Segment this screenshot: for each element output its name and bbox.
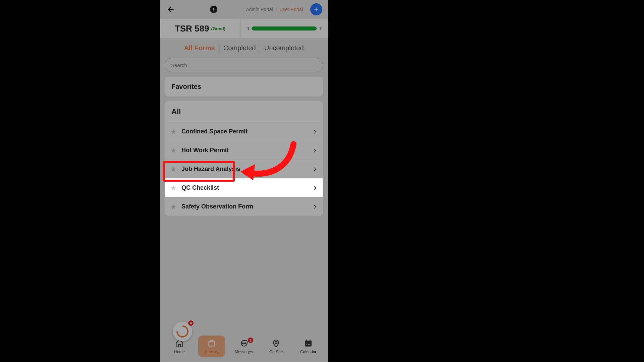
nav-label: On-Site [269, 350, 283, 354]
fab-badge: 4 [187, 320, 194, 326]
nav-label: Home [174, 350, 185, 354]
nav-calendar[interactable]: Calendar [295, 338, 322, 354]
chevron-right-icon [312, 167, 318, 172]
chevron-right-icon [312, 148, 318, 153]
nav-label: Calendar [300, 350, 317, 354]
messages-badge: 1 [247, 337, 254, 344]
summary-title-area: TSR 589 (Good) [160, 19, 240, 38]
favorites-header: Favorites [165, 77, 323, 97]
svg-point-1 [243, 343, 243, 344]
chevron-right-icon [312, 185, 318, 191]
star-icon[interactable] [170, 185, 177, 191]
chevron-right-icon [312, 129, 318, 134]
form-row-confined-space[interactable]: Confined Space Permit [165, 122, 323, 141]
forms-tabs: All Forms | Completed | Uncompleted [160, 38, 328, 58]
star-icon[interactable] [170, 147, 177, 154]
progress-area: 0 7 [240, 26, 328, 31]
form-label: Job Hazard Analysis [181, 166, 312, 173]
chevron-right-icon [312, 204, 318, 209]
alert-icon[interactable]: ! [210, 6, 217, 13]
nav-label: Library [205, 350, 219, 354]
tab-completed[interactable]: Completed [220, 44, 259, 52]
portal-links: Admin Portal | User Portal [246, 7, 303, 12]
progress-max: 7 [319, 26, 322, 31]
search-wrap [160, 58, 328, 77]
form-row-qc-checklist[interactable]: QC Checklist [165, 178, 323, 197]
add-button[interactable] [310, 3, 322, 15]
star-icon[interactable] [170, 203, 177, 210]
star-icon[interactable] [170, 166, 177, 173]
svg-point-3 [245, 343, 246, 344]
form-row-hot-work[interactable]: Hot Work Permit [165, 141, 323, 160]
svg-rect-7 [306, 340, 307, 341]
project-title: TSR 589 [175, 23, 209, 34]
form-row-job-hazard[interactable]: Job Hazard Analysis [165, 160, 323, 178]
progress-min: 0 [247, 26, 249, 31]
user-portal-link[interactable]: User Portal [279, 7, 303, 12]
form-label: Safety Observation Form [181, 203, 312, 210]
svg-point-11 [309, 344, 310, 345]
assistant-fab[interactable]: 4 [173, 322, 192, 341]
back-button[interactable] [164, 3, 177, 16]
form-label: QC Checklist [181, 184, 312, 191]
plus-icon [313, 6, 320, 13]
arrow-left-icon [166, 5, 175, 14]
nav-library[interactable]: Library [198, 336, 225, 357]
progress-bar [252, 26, 317, 31]
app-screen: ! Admin Portal | User Portal TSR 589 (Go… [160, 0, 328, 362]
nav-label: Messages [235, 350, 253, 354]
favorites-card: Favorites [165, 77, 323, 97]
tab-all-forms[interactable]: All Forms [180, 44, 218, 52]
nav-onsite[interactable]: On-Site [263, 338, 289, 354]
form-label: Confined Space Permit [181, 128, 312, 135]
all-header: All [165, 101, 323, 122]
project-status: (Good) [211, 26, 226, 31]
location-icon [271, 338, 281, 348]
top-bar: ! Admin Portal | User Portal [160, 0, 328, 19]
all-forms-card: All Confined Space Permit Hot Work Permi… [165, 101, 323, 216]
admin-portal-link[interactable]: Admin Portal [246, 7, 273, 12]
svg-point-4 [275, 342, 277, 344]
star-icon[interactable] [170, 128, 177, 135]
tab-uncompleted[interactable]: Uncompleted [261, 44, 307, 52]
svg-point-2 [244, 343, 245, 344]
svg-point-10 [308, 344, 309, 345]
search-input[interactable] [165, 58, 323, 72]
library-icon [207, 338, 217, 348]
calendar-icon [303, 338, 313, 348]
svg-rect-6 [305, 341, 312, 342]
nav-messages[interactable]: 1 Messages [230, 338, 257, 354]
summary-bar: TSR 589 (Good) 0 7 [160, 19, 328, 38]
svg-rect-8 [310, 340, 310, 341]
svg-point-9 [306, 344, 307, 345]
portal-divider: | [275, 7, 277, 12]
form-row-safety-observation[interactable]: Safety Observation Form [165, 197, 323, 216]
form-label: Hot Work Permit [181, 147, 312, 154]
svg-rect-0 [209, 342, 214, 346]
alert-glyph: ! [213, 7, 215, 12]
